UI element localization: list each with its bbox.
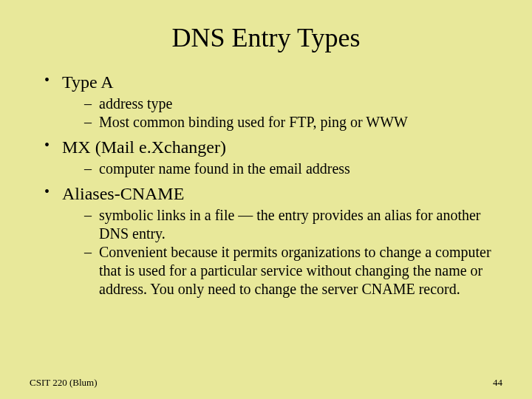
sub-item: computer name found in the email address xyxy=(84,160,502,178)
slide-title: DNS Entry Types xyxy=(30,22,502,53)
footer-left: CSIT 220 (Blum) xyxy=(30,377,98,389)
bullet-item: Type A address type Most common binding … xyxy=(44,71,502,132)
sub-list: symbolic links in a file — the entry pro… xyxy=(62,206,502,299)
bullet-list: Type A address type Most common binding … xyxy=(30,71,502,299)
bullet-label: Aliases-CNAME xyxy=(62,184,184,203)
slide: DNS Entry Types Type A address type Most… xyxy=(0,0,532,399)
footer: CSIT 220 (Blum) 44 xyxy=(0,377,532,389)
bullet-label: Type A xyxy=(62,72,114,92)
bullet-label: MX (Mail e.Xchanger) xyxy=(62,137,226,157)
sub-list: computer name found in the email address xyxy=(62,160,502,178)
bullet-item: MX (Mail e.Xchanger) computer name found… xyxy=(44,136,502,178)
sub-list: address type Most common binding used fo… xyxy=(62,95,502,132)
sub-item: Most common binding used for FTP, ping o… xyxy=(84,113,502,132)
footer-page-number: 44 xyxy=(493,377,502,389)
sub-item: symbolic links in a file — the entry pro… xyxy=(84,206,502,243)
sub-item: address type xyxy=(84,95,502,113)
sub-item: Convenient because it permits organizati… xyxy=(84,243,502,299)
bullet-item: Aliases-CNAME symbolic links in a file —… xyxy=(44,183,502,299)
